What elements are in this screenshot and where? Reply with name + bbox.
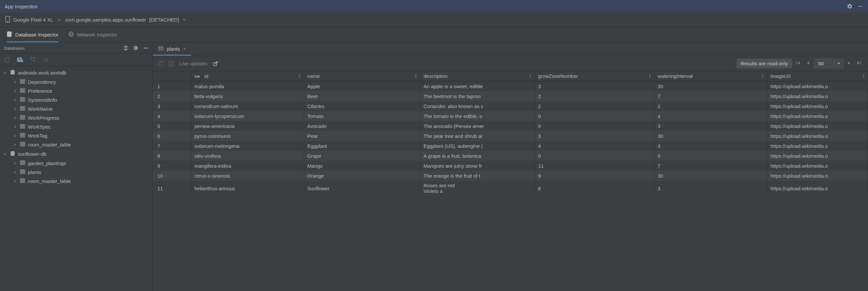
new-query-icon[interactable]: + (17, 57, 23, 62)
cell-imageurl[interactable]: https://upload.wikimedia.o (767, 101, 868, 111)
chevron-down-icon[interactable] (834, 59, 843, 68)
chevron-right-icon[interactable] (13, 134, 17, 138)
tree-table[interactable]: WorkSpec (0, 122, 152, 131)
cell-name[interactable]: Sunflower (304, 181, 420, 196)
table-wrap[interactable]: id ▲▼ name▲▼ description▲▼ growZoneNumbe… (153, 71, 868, 291)
refresh-icon[interactable] (158, 61, 163, 66)
cell-description[interactable]: An apple is a sweet, edible (420, 81, 535, 91)
cell-growzone[interactable]: 9 (535, 111, 654, 121)
cell-wateringinterval[interactable]: 9 (654, 151, 767, 161)
col-header-id[interactable]: id ▲▼ (191, 71, 304, 81)
col-header-description[interactable]: description▲▼ (420, 71, 535, 81)
device-selector-bar[interactable]: Google Pixel 4 XL > com.google.samples.a… (0, 12, 868, 27)
rownum-header[interactable] (153, 71, 191, 81)
cell-wateringinterval[interactable]: 3 (654, 181, 767, 196)
cell-name[interactable]: Apple (304, 81, 420, 91)
cell-id[interactable]: coriandrum-sativum (191, 101, 304, 111)
col-header-wateringinterval[interactable]: wateringInterval▲▼ (654, 71, 767, 81)
cell-wateringinterval[interactable]: 3 (654, 141, 767, 151)
cell-description[interactable]: Eggplant (US), aubergine ( (420, 141, 535, 151)
col-header-growzone[interactable]: growZoneNumber▲▼ (535, 71, 654, 81)
tree-table[interactable]: SystemIdInfo (0, 96, 152, 104)
table-row[interactable]: 5persea-americanaAvocadoThe avocado (Per… (153, 121, 868, 131)
first-page-icon[interactable] (795, 61, 802, 66)
cell-name[interactable]: Avocado (304, 121, 420, 131)
cell-imageurl[interactable]: https://upload.wikimedia.o (767, 181, 868, 196)
live-updates-checkbox[interactable] (169, 61, 174, 66)
table-row[interactable]: 9mangifera-indicaMangoMangoes are juicy … (153, 161, 868, 171)
export-icon[interactable] (43, 57, 49, 62)
cell-description[interactable]: Roses are redViolets a (420, 181, 535, 196)
cell-id[interactable]: citrus-x-sinensis (191, 171, 304, 181)
tree-table[interactable]: room_master_table (0, 177, 152, 186)
page-size-input[interactable]: 50 (814, 59, 843, 68)
chevron-right-icon[interactable] (13, 107, 17, 111)
tab-database-inspector[interactable]: Database Inspector (7, 27, 58, 42)
tree-database[interactable]: sunflower-db (0, 149, 152, 159)
cell-wateringinterval[interactable]: 3 (654, 121, 767, 131)
cell-id[interactable]: helianthus-annuus (191, 181, 304, 196)
chevron-right-icon[interactable] (13, 180, 17, 183)
chevron-right-icon[interactable] (13, 162, 17, 165)
hide-icon[interactable] (143, 45, 149, 51)
chevron-right-icon[interactable] (13, 89, 17, 93)
cell-wateringinterval[interactable]: 7 (654, 91, 767, 101)
tab-network-inspector[interactable]: Network Inspector (68, 28, 117, 42)
close-icon[interactable]: × (183, 46, 186, 51)
chevron-right-icon[interactable] (13, 80, 17, 84)
col-header-imageurl[interactable]: imageUrl▲▼ (767, 71, 868, 81)
cell-id[interactable]: mangifera-indica (191, 161, 304, 171)
tree-table[interactable]: WorkProgress (0, 113, 152, 122)
cell-growzone[interactable]: 9 (535, 151, 654, 161)
tree-table[interactable]: Preference (0, 86, 152, 96)
next-page-icon[interactable] (846, 61, 853, 66)
adjust-icon[interactable] (123, 45, 128, 51)
refresh-icon[interactable] (5, 57, 10, 62)
cell-imageurl[interactable]: https://upload.wikimedia.o (767, 121, 868, 131)
minimize-icon[interactable] (857, 3, 863, 9)
cell-name[interactable]: Pear (304, 131, 420, 141)
cell-imageurl[interactable]: https://upload.wikimedia.o (767, 141, 868, 151)
cell-imageurl[interactable]: https://upload.wikimedia.o (767, 81, 868, 91)
cell-name[interactable]: Orange (304, 171, 420, 181)
cell-description[interactable]: Mangoes are juicy stone fr (420, 161, 535, 171)
cell-wateringinterval[interactable]: 30 (654, 171, 767, 181)
cell-wateringinterval[interactable]: 4 (654, 111, 767, 121)
cell-name[interactable]: Cilantro (304, 101, 420, 111)
cell-growzone[interactable]: 9 (535, 171, 654, 181)
content-tab-plants[interactable]: plants × (153, 43, 191, 56)
cell-growzone[interactable]: 8 (535, 181, 654, 196)
cell-wateringinterval[interactable]: 2 (654, 101, 767, 111)
cell-growzone[interactable]: 4 (535, 141, 654, 151)
tree-table[interactable]: room_master_table (0, 140, 152, 149)
cell-id[interactable]: vitis-vinifera (191, 151, 304, 161)
cell-imageurl[interactable]: https://upload.wikimedia.o (767, 151, 868, 161)
tree-table[interactable]: garden_plantings (0, 159, 152, 168)
cell-name[interactable]: Tomato (304, 111, 420, 121)
chevron-right-icon[interactable] (13, 171, 17, 174)
cell-wateringinterval[interactable]: 30 (654, 131, 767, 141)
cell-imageurl[interactable]: https://upload.wikimedia.o (767, 161, 868, 171)
cell-growzone[interactable]: 11 (535, 161, 654, 171)
cell-growzone[interactable]: 3 (535, 81, 654, 91)
table-row[interactable]: 10citrus-x-sinensisOrangeThe orange is t… (153, 171, 868, 181)
table-row[interactable]: 7solanum-melongenaEggplantEggplant (US),… (153, 141, 868, 151)
chevron-down-icon[interactable] (182, 17, 186, 23)
chevron-right-icon[interactable] (13, 99, 17, 102)
chevron-down-icon[interactable] (3, 152, 7, 156)
cell-description[interactable]: Coriander, also known as c (420, 101, 535, 111)
sort-icon[interactable]: ▲▼ (529, 74, 532, 78)
cell-wateringinterval[interactable]: 30 (654, 81, 767, 91)
cell-id[interactable]: malus-pumila (191, 81, 304, 91)
cell-description[interactable]: The pear tree and shrub ar (420, 131, 535, 141)
col-header-name[interactable]: name▲▼ (304, 71, 420, 81)
cell-growzone[interactable]: 2 (535, 101, 654, 111)
sort-icon[interactable]: ▲▼ (298, 74, 301, 78)
tree-table[interactable]: Dependency (0, 78, 152, 86)
cell-description[interactable]: A grape is a fruit, botanica (420, 151, 535, 161)
chevron-right-icon[interactable] (13, 125, 17, 129)
table-row[interactable]: 2beta-vulgarisBeetThe beetroot is the ta… (153, 91, 868, 101)
tree-table[interactable]: WorkName (0, 104, 152, 113)
cell-id[interactable]: beta-vulgaris (191, 91, 304, 101)
cell-id[interactable]: pyrus-communis (191, 131, 304, 141)
